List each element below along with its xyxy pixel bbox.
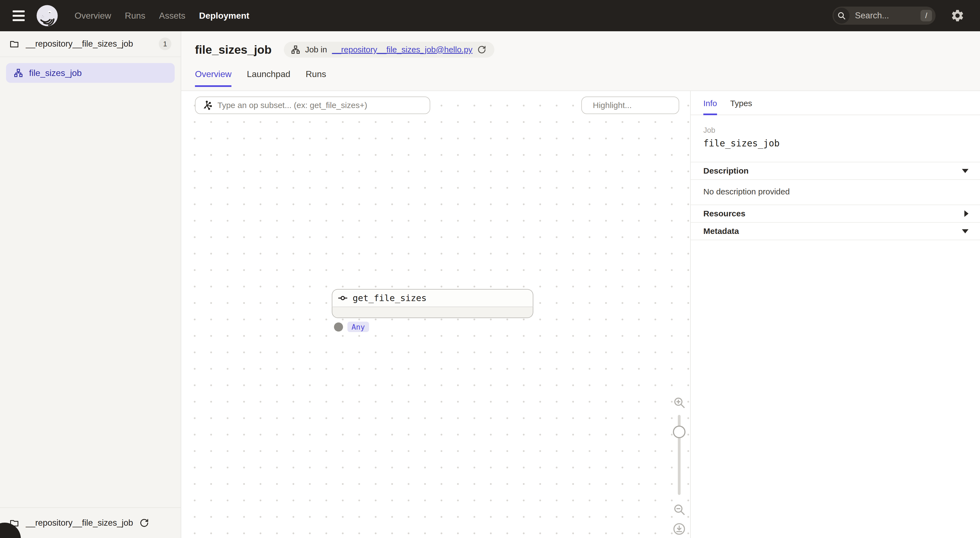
nav-item-overview[interactable]: Overview bbox=[75, 11, 111, 21]
section-description[interactable]: Description bbox=[691, 162, 980, 179]
output-type-badge[interactable]: Any bbox=[347, 322, 369, 332]
global-search[interactable]: Search... / bbox=[832, 6, 935, 25]
op-icon bbox=[338, 293, 348, 303]
breadcrumb: Job in __repository__file_sizes_job@hell… bbox=[284, 42, 495, 57]
section-divider bbox=[691, 240, 980, 240]
op-subset-input-box bbox=[195, 97, 430, 114]
job-name: file_sizes_job bbox=[703, 138, 967, 149]
op-node-get-file-sizes: get_file_sizes Any bbox=[332, 289, 533, 332]
op-graph-canvas[interactable]: get_file_sizes Any bbox=[181, 91, 690, 538]
search-icon bbox=[834, 8, 850, 24]
job-icon bbox=[291, 45, 300, 54]
sidebar-item-label: file_sizes_job bbox=[29, 68, 82, 78]
zoom-slider-handle[interactable] bbox=[673, 426, 686, 438]
tab-launchpad[interactable]: Launchpad bbox=[247, 69, 290, 86]
repo-count-badge: 1 bbox=[159, 38, 171, 50]
tab-info[interactable]: Info bbox=[703, 99, 717, 115]
left-sidebar: __repository__file_sizes_job 1 file_size… bbox=[0, 31, 181, 538]
section-description-title: Description bbox=[703, 166, 749, 175]
folder-icon bbox=[10, 39, 19, 49]
detail-panel: Info Types Job file_sizes_job Descriptio… bbox=[690, 91, 980, 538]
search-shortcut-badge: / bbox=[921, 10, 932, 21]
zoom-out-icon[interactable] bbox=[673, 503, 686, 516]
op-output-row: Any bbox=[334, 322, 533, 332]
chevron-right-icon bbox=[964, 210, 969, 217]
page-header: file_sizes_job Job in __repository__file… bbox=[181, 31, 980, 91]
tab-overview[interactable]: Overview bbox=[195, 69, 231, 86]
refresh-icon[interactable] bbox=[477, 45, 487, 54]
zoom-controls bbox=[672, 91, 686, 538]
chevron-down-icon bbox=[962, 169, 969, 173]
tab-types[interactable]: Types bbox=[730, 99, 752, 115]
highlight-input-box bbox=[581, 97, 679, 114]
tab-runs[interactable]: Runs bbox=[306, 69, 326, 86]
op-node-header[interactable]: get_file_sizes bbox=[332, 289, 533, 307]
breadcrumb-repo-link[interactable]: __repository__file_sizes_job@hello.py bbox=[332, 45, 473, 54]
hamburger-icon[interactable] bbox=[13, 10, 25, 21]
repo-header[interactable]: __repository__file_sizes_job 1 bbox=[0, 31, 181, 57]
search-placeholder: Search... bbox=[855, 11, 889, 21]
refresh-icon[interactable] bbox=[140, 518, 150, 528]
op-node-name: get_file_sizes bbox=[353, 293, 427, 303]
footer-repo-name: __repository__file_sizes_job bbox=[26, 518, 133, 528]
sidebar-footer: __repository__file_sizes_job bbox=[0, 507, 181, 538]
job-list: file_sizes_job bbox=[0, 57, 181, 507]
top-navbar: Overview Runs Assets Deployment Search..… bbox=[0, 0, 980, 31]
section-metadata[interactable]: Metadata bbox=[691, 222, 980, 240]
download-icon[interactable] bbox=[673, 522, 686, 536]
op-subset-input[interactable] bbox=[218, 100, 424, 110]
dagster-logo[interactable] bbox=[36, 4, 59, 27]
repo-name: __repository__file_sizes_job bbox=[26, 39, 133, 49]
section-resources[interactable]: Resources bbox=[691, 205, 980, 222]
section-metadata-title: Metadata bbox=[703, 226, 739, 236]
op-node-body[interactable] bbox=[332, 307, 533, 318]
zoom-in-icon[interactable] bbox=[673, 396, 686, 409]
nav-item-deployment[interactable]: Deployment bbox=[199, 11, 249, 21]
job-block: Job file_sizes_job bbox=[691, 115, 980, 149]
section-resources-title: Resources bbox=[703, 209, 745, 218]
detail-panel-tabs: Info Types bbox=[691, 91, 980, 115]
gear-icon[interactable] bbox=[950, 8, 965, 23]
job-label: Job bbox=[703, 126, 967, 135]
output-port-dot[interactable] bbox=[334, 323, 343, 331]
breadcrumb-prefix: Job in bbox=[305, 45, 327, 54]
chevron-down-icon bbox=[962, 229, 969, 233]
nav-item-assets[interactable]: Assets bbox=[159, 11, 185, 21]
description-content: No description provided bbox=[691, 179, 980, 205]
primary-nav: Overview Runs Assets Deployment bbox=[75, 11, 249, 21]
nav-item-runs[interactable]: Runs bbox=[125, 11, 145, 21]
job-icon bbox=[14, 68, 23, 78]
page-title: file_sizes_job bbox=[195, 43, 272, 56]
job-tabs: Overview Launchpad Runs bbox=[195, 69, 980, 86]
sidebar-item-file-sizes-job[interactable]: file_sizes_job bbox=[6, 63, 175, 83]
op-selector-icon bbox=[202, 100, 213, 111]
